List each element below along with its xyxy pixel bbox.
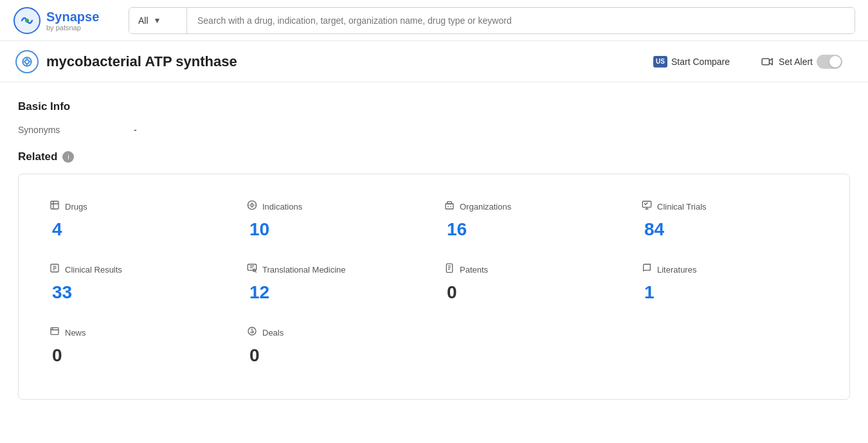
- alert-icon: [761, 56, 775, 68]
- stat-value-literatures: 1: [642, 282, 818, 303]
- logo-sub: by patsnap: [46, 24, 99, 32]
- translational-medicine-icon: [247, 263, 257, 276]
- svg-rect-14: [642, 201, 651, 207]
- stat-label-clinical-trials: Clinical Trials: [657, 202, 707, 212]
- stat-label-drugs: Drugs: [65, 202, 87, 212]
- stat-item-news[interactable]: News 0: [39, 318, 237, 381]
- page-title-bar: mycobacterial ATP synthase US Start Comp…: [0, 41, 868, 82]
- stat-item-organizations[interactable]: Organizations 16: [434, 192, 631, 255]
- action-buttons: US Start Compare Set Alert: [643, 50, 853, 74]
- stat-label-row: Organizations: [444, 200, 621, 213]
- related-title: Related: [18, 150, 57, 163]
- patents-icon: [444, 263, 455, 276]
- logo-text: Synapse by patsnap: [46, 10, 99, 32]
- stat-label-clinical-results: Clinical Results: [65, 265, 122, 275]
- target-icon: [15, 50, 39, 73]
- search-type-dropdown[interactable]: All ▼: [129, 8, 187, 33]
- set-alert-button[interactable]: Set Alert: [750, 50, 853, 74]
- svg-point-3: [25, 60, 29, 64]
- clinical-trials-icon: [642, 200, 652, 213]
- svg-point-1: [25, 19, 29, 23]
- news-icon: [50, 326, 60, 339]
- dropdown-label: All: [138, 15, 149, 26]
- svg-point-9: [251, 204, 253, 206]
- synonyms-value: -: [134, 125, 137, 135]
- stat-item-translational-medicine[interactable]: Translational Medicine 12: [237, 255, 434, 318]
- literatures-icon: [642, 263, 652, 276]
- stat-label-translational-medicine: Translational Medicine: [262, 265, 346, 275]
- stat-label-row: Patents: [444, 263, 621, 276]
- svg-rect-11: [448, 202, 452, 204]
- organizations-icon: [444, 200, 455, 213]
- stat-label-deals: Deals: [262, 328, 284, 338]
- stat-item-drugs[interactable]: Drugs 4: [39, 192, 237, 255]
- stat-value-indications: 10: [247, 219, 424, 240]
- compare-icon: US: [653, 56, 667, 68]
- stat-item-literatures[interactable]: Literatures 1: [631, 255, 829, 318]
- page-title: mycobacterial ATP synthase: [46, 53, 643, 70]
- stat-label-row: Drugs: [50, 200, 226, 213]
- logo-name: Synapse: [46, 10, 99, 24]
- stat-label-row: Indications: [247, 200, 424, 213]
- related-card: Drugs 4 Indications 10 Organizations 16 …: [18, 174, 850, 400]
- indications-icon: [247, 200, 257, 213]
- stat-label-literatures: Literatures: [657, 265, 696, 275]
- svg-rect-19: [51, 328, 59, 335]
- search-input[interactable]: [187, 8, 854, 33]
- stat-label-news: News: [65, 328, 86, 338]
- start-compare-button[interactable]: US Start Compare: [643, 51, 740, 73]
- logo: Synapse by patsnap: [13, 6, 116, 35]
- stat-label-row: Deals: [247, 326, 424, 339]
- basic-info-title: Basic Info: [18, 100, 850, 113]
- synonyms-row: Synonyms -: [18, 125, 850, 135]
- stat-item-clinical-results[interactable]: Clinical Results 33: [39, 255, 237, 318]
- stat-value-patents: 0: [444, 282, 621, 303]
- svg-rect-10: [446, 204, 453, 209]
- stat-label-indications: Indications: [262, 202, 302, 212]
- clinical-results-icon: [50, 263, 60, 276]
- stat-item-indications[interactable]: Indications 10: [237, 192, 434, 255]
- stat-label-row: Clinical Trials: [642, 200, 818, 213]
- related-header: Related i: [18, 150, 850, 163]
- drugs-icon: [50, 200, 60, 213]
- stat-value-clinical-trials: 84: [642, 219, 818, 240]
- stat-item-patents[interactable]: Patents 0: [434, 255, 631, 318]
- info-icon[interactable]: i: [62, 151, 74, 163]
- content-area: Basic Info Synonyms - Related i Drugs 4 …: [0, 82, 868, 418]
- navbar: Synapse by patsnap All ▼: [0, 0, 868, 41]
- synonyms-label: Synonyms: [18, 125, 134, 135]
- compare-label: Start Compare: [671, 57, 730, 67]
- basic-info-section: Basic Info Synonyms -: [18, 100, 850, 135]
- stat-value-deals: 0: [247, 345, 424, 366]
- stat-label-row: Literatures: [642, 263, 818, 276]
- stat-label-row: Clinical Results: [50, 263, 226, 276]
- svg-rect-8: [762, 59, 769, 65]
- stat-label-row: Translational Medicine: [247, 263, 424, 276]
- stat-item-clinical-trials[interactable]: Clinical Trials 84: [631, 192, 829, 255]
- alert-toggle[interactable]: [817, 55, 842, 69]
- stat-item-deals[interactable]: Deals 0: [237, 318, 434, 381]
- stats-grid: Drugs 4 Indications 10 Organizations 16 …: [39, 192, 829, 381]
- stat-label-patents: Patents: [460, 265, 488, 275]
- alert-label: Set Alert: [779, 57, 813, 67]
- stat-value-news: 0: [50, 345, 226, 366]
- stat-value-clinical-results: 33: [50, 282, 226, 303]
- synapse-logo-icon: [13, 6, 41, 35]
- stat-value-translational-medicine: 12: [247, 282, 424, 303]
- stat-label-row: News: [50, 326, 226, 339]
- deals-icon: [247, 326, 257, 339]
- stat-value-drugs: 4: [50, 219, 226, 240]
- stat-value-organizations: 16: [444, 219, 621, 240]
- search-area: All ▼: [129, 7, 855, 34]
- stat-label-organizations: Organizations: [460, 202, 511, 212]
- related-section: Related i Drugs 4 Indications 10 Organiz…: [18, 150, 850, 400]
- chevron-down-icon: ▼: [154, 16, 161, 25]
